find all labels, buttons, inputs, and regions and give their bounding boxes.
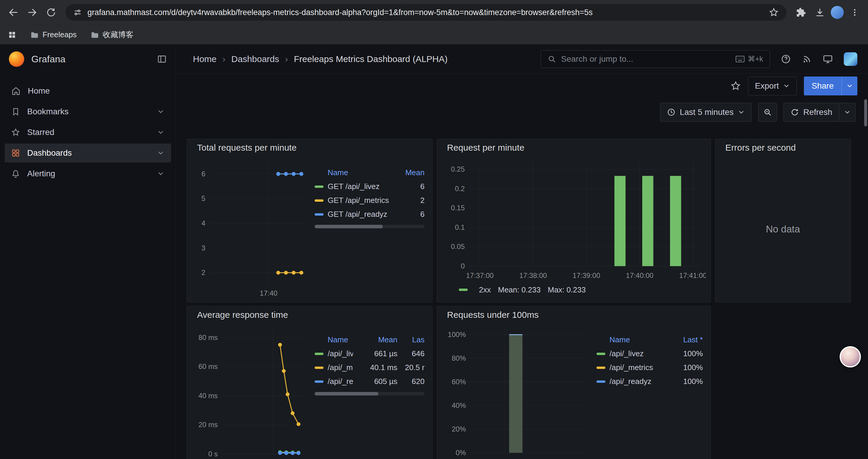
panel-title[interactable]: Requests under 100ms — [437, 306, 711, 323]
panel-title[interactable]: Request per minute — [437, 139, 711, 156]
downloads-icon[interactable] — [812, 4, 828, 21]
svg-text:20%: 20% — [452, 425, 466, 433]
breadcrumb: Home › Dashboards › Freeleaps Metrics Da… — [193, 54, 447, 64]
legend-header-last[interactable]: Last * — [670, 335, 703, 345]
breadcrumb-home[interactable]: Home — [193, 54, 217, 64]
sidebar-item-alerting[interactable]: Alerting — [5, 164, 171, 183]
svg-text:60 ms: 60 ms — [198, 362, 218, 370]
legend-row[interactable]: /api/_readyz 100% — [593, 374, 706, 388]
legend-row[interactable]: GET /api/_livez 6 — [312, 179, 428, 193]
chevron-down-icon[interactable] — [157, 108, 164, 116]
folder-icon — [30, 30, 39, 39]
series-mean: Mean: 0.233 — [498, 285, 541, 294]
sidebar-item-starred[interactable]: Starred — [5, 123, 171, 142]
refresh-interval-button[interactable] — [839, 103, 856, 122]
total-requests-chart[interactable]: 2345617:40 — [190, 156, 309, 299]
series-name: /api/_livez — [328, 349, 353, 358]
search-input[interactable]: Search or jump to... ⌘+k — [541, 50, 770, 68]
series-mean: 40.1 ms — [353, 363, 397, 372]
bookmark-folder-blogs[interactable]: 收藏博客 — [90, 30, 133, 40]
refresh-button[interactable]: Refresh — [783, 103, 839, 122]
collapse-sidebar-icon[interactable] — [157, 54, 167, 64]
export-button[interactable]: Export — [748, 76, 797, 95]
grafana-user-avatar[interactable] — [844, 52, 857, 66]
legend-row[interactable]: /api/_readyz 605 µs 620 — [312, 374, 428, 388]
series-swatch — [315, 199, 323, 202]
sidebar-item-bookmarks[interactable]: Bookmarks — [5, 102, 171, 121]
extensions-icon[interactable] — [793, 4, 809, 21]
series-swatch — [459, 289, 468, 291]
bookmarks-bar: Freeleaps 收藏博客 — [0, 25, 868, 44]
legend-header-name[interactable]: Name — [610, 335, 670, 345]
bookmark-icon — [11, 107, 20, 116]
average-response-chart[interactable]: 0 s20 ms40 ms60 ms80 ms17:40 — [190, 323, 309, 459]
sidebar-item-home[interactable]: Home — [5, 81, 171, 100]
back-button[interactable] — [5, 4, 21, 21]
panel-average-response-time: Average response time 0 s20 ms40 ms60 ms… — [187, 306, 433, 459]
panel-request-per-minute: Request per minute 00.050.10.150.20.2517… — [437, 139, 711, 302]
series-name: /api/_readyz — [328, 377, 353, 386]
legend-header-last[interactable]: Las — [397, 335, 425, 345]
breadcrumb-dashboards[interactable]: Dashboards — [231, 54, 279, 64]
refresh-icon — [790, 108, 799, 117]
request-per-minute-chart[interactable]: 00.050.10.150.20.2517:37:0017:38:0017:39… — [440, 156, 706, 281]
forward-button[interactable] — [24, 4, 40, 21]
legend-header-name[interactable]: Name — [328, 168, 392, 177]
series-swatch — [596, 353, 606, 355]
series-swatch — [315, 353, 323, 355]
monitor-icon[interactable] — [823, 54, 833, 64]
svg-text:17:38:00: 17:38:00 — [519, 271, 547, 280]
panel-title[interactable]: Average response time — [187, 306, 432, 323]
address-bar[interactable]: grafana.mathmast.com/d/deytv4rwavabkb/fr… — [66, 4, 786, 21]
series-swatch — [596, 381, 606, 383]
scrollbar-thumb[interactable] — [315, 392, 378, 395]
legend-scrollbar[interactable] — [315, 392, 425, 395]
legend-row[interactable]: GET /api/_metrics 2 — [312, 193, 428, 207]
svg-text:40 ms: 40 ms — [198, 392, 218, 400]
legend-table: Name Last * /api/_livez 100% /api/_metri… — [593, 323, 706, 459]
bookmark-star-icon[interactable] — [769, 7, 779, 18]
favorite-star-icon[interactable] — [730, 80, 741, 91]
bell-icon — [11, 169, 20, 178]
help-icon[interactable] — [780, 54, 791, 64]
chevron-down-icon[interactable] — [157, 149, 164, 157]
dashboards-grid-icon — [11, 149, 20, 157]
page-scrollbar-thumb[interactable] — [864, 99, 867, 126]
legend-line[interactable]: 2xx Mean: 0.233 Max: 0.233 — [440, 283, 706, 299]
sidebar-nav: Home Bookmarks Starred — [0, 74, 176, 191]
reload-button[interactable] — [43, 4, 59, 21]
time-range-button[interactable]: Last 5 minutes — [660, 103, 752, 122]
browser-profile-avatar[interactable] — [831, 6, 844, 19]
scrollbar-thumb[interactable] — [315, 225, 383, 228]
rss-icon[interactable] — [802, 54, 812, 64]
clock-icon — [667, 108, 676, 117]
series-mean: 661 µs — [353, 349, 397, 358]
legend-row[interactable]: /api/_livez 661 µs 646 — [312, 347, 428, 361]
legend-row[interactable]: /api/_metrics 40.1 ms 20.5 r — [312, 361, 428, 374]
legend-row[interactable]: GET /api/_readyz 6 — [312, 207, 428, 221]
panel-title[interactable]: Total requests per minute — [187, 139, 432, 156]
legend-header-mean[interactable]: Mean — [353, 335, 397, 345]
sidebar-item-dashboards[interactable]: Dashboards — [5, 143, 171, 162]
chevron-down-icon[interactable] — [157, 170, 164, 177]
legend-header-name[interactable]: Name — [328, 335, 353, 345]
share-menu-button[interactable] — [841, 76, 857, 95]
apps-grid-icon[interactable] — [8, 30, 17, 39]
legend-row[interactable]: /api/_livez 100% — [593, 347, 706, 361]
floating-assistant-avatar[interactable] — [840, 346, 861, 367]
grafana-logo[interactable] — [9, 52, 24, 67]
browser-menu-icon[interactable] — [847, 4, 863, 21]
zoom-out-button[interactable] — [758, 103, 777, 122]
svg-text:2: 2 — [202, 268, 205, 276]
site-info-icon[interactable] — [73, 8, 82, 17]
bookmark-folder-freeleaps[interactable]: Freeleaps — [30, 30, 77, 39]
legend-scrollbar[interactable] — [315, 225, 425, 228]
panel-title[interactable]: Errors per second — [715, 139, 850, 156]
legend-row[interactable]: /api/_metrics 100% — [593, 361, 706, 374]
svg-text:17:37:00: 17:37:00 — [466, 271, 493, 280]
legend-header-mean[interactable]: Mean — [392, 168, 425, 177]
under-100ms-chart[interactable]: 0%20%40%60%80%100%17:40 — [440, 323, 591, 459]
main-area: Home › Dashboards › Freeleaps Metrics Da… — [176, 44, 868, 459]
share-button[interactable]: Share — [804, 76, 841, 95]
chevron-down-icon[interactable] — [157, 129, 164, 136]
